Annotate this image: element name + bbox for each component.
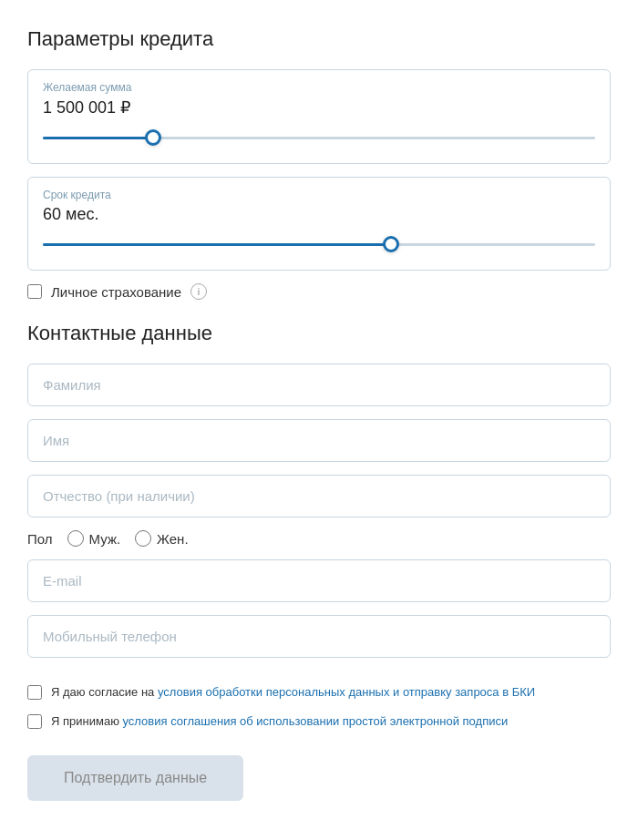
gender-female-option[interactable]: Жен.: [135, 530, 188, 547]
first-name-input[interactable]: [27, 419, 611, 462]
consent1-link[interactable]: условия обработки персональных данных и …: [158, 685, 535, 699]
submit-section: Подтвердить данные: [27, 746, 611, 801]
middle-name-input[interactable]: [27, 475, 611, 517]
insurance-checkbox[interactable]: [27, 284, 42, 299]
phone-input[interactable]: [27, 615, 611, 658]
sum-slider-value: 1 500 001 ₽: [43, 97, 595, 118]
gender-row: Пол Муж. Жен.: [27, 530, 611, 547]
term-track-fill: [43, 243, 391, 246]
gender-male-option[interactable]: Муж.: [67, 530, 121, 547]
consent1-text: Я даю согласие на условия обработки перс…: [51, 683, 535, 702]
sum-track-fill: [43, 137, 153, 139]
insurance-row: Личное страхование i: [27, 283, 611, 300]
last-name-input[interactable]: [27, 364, 611, 406]
gender-male-radio[interactable]: [67, 530, 84, 547]
consent2-link[interactable]: условия соглашения об использовании прос…: [123, 714, 509, 728]
consent2-row: Я принимаю условия соглашения об использ…: [27, 712, 611, 731]
term-slider-container: Срок кредита 60 мес.: [27, 177, 611, 271]
term-slider-value: 60 мес.: [43, 205, 595, 224]
contact-section: Контактные данные Пол Муж. Жен.: [27, 322, 611, 671]
term-slider-thumb[interactable]: [383, 236, 399, 252]
insurance-info-icon[interactable]: i: [190, 283, 207, 300]
gender-female-radio[interactable]: [135, 530, 151, 547]
sum-slider-container: Желаемая сумма 1 500 001 ₽: [27, 69, 611, 164]
insurance-label: Личное страхование: [51, 284, 181, 300]
sum-slider-track[interactable]: [43, 128, 595, 147]
term-slider-track[interactable]: [43, 235, 595, 253]
email-input[interactable]: [27, 559, 611, 602]
term-slider-label: Срок кредита: [43, 189, 595, 201]
consents-section: Я даю согласие на условия обработки перс…: [27, 683, 611, 730]
gender-male-label: Муж.: [89, 531, 121, 547]
sum-slider-label: Желаемая сумма: [43, 81, 595, 94]
credit-params-title: Параметры кредита: [27, 27, 611, 51]
gender-female-label: Жен.: [157, 531, 188, 547]
consent2-text: Я принимаю условия соглашения об использ…: [51, 712, 508, 731]
consent1-prefix: Я даю согласие на: [51, 685, 158, 699]
sum-slider-thumb[interactable]: [145, 129, 161, 146]
consent2-prefix: Я принимаю: [51, 714, 123, 728]
gender-label: Пол: [27, 531, 53, 547]
consent1-checkbox[interactable]: [27, 685, 42, 700]
submit-button[interactable]: Подтвердить данные: [27, 755, 243, 801]
contact-section-title: Контактные данные: [27, 322, 611, 345]
consent1-row: Я даю согласие на условия обработки перс…: [27, 683, 611, 702]
consent2-checkbox[interactable]: [27, 714, 42, 729]
